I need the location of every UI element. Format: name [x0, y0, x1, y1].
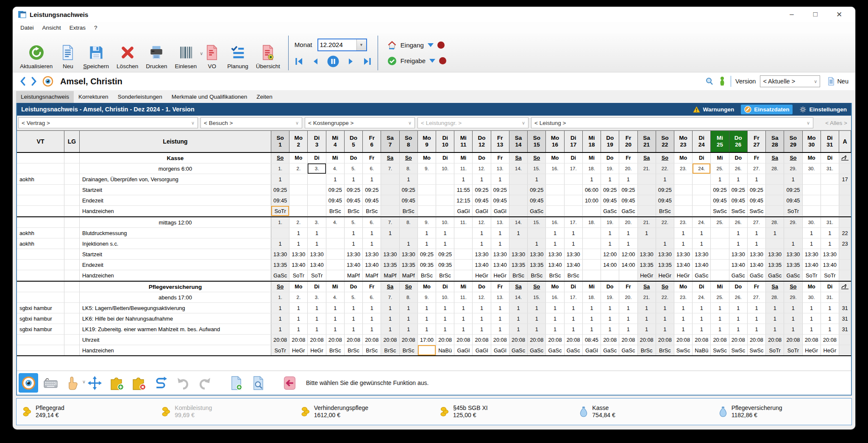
value-cell[interactable]: 09:25: [784, 185, 802, 195]
value-cell[interactable]: 1: [546, 313, 564, 324]
day-abbr-cell[interactable]: Sa: [509, 153, 528, 163]
value-cell[interactable]: HeGr: [308, 345, 326, 355]
day-abbr-cell[interactable]: Fr: [363, 282, 381, 292]
value-cell[interactable]: [308, 174, 326, 184]
value-cell[interactable]: HeGr: [638, 270, 656, 280]
day-number-cell[interactable]: 2.: [289, 292, 308, 302]
doc-add-tool-button[interactable]: [226, 373, 246, 393]
value-cell[interactable]: 20:08: [308, 335, 326, 345]
value-cell[interactable]: 1: [436, 228, 454, 238]
value-cell[interactable]: 13:35: [400, 260, 418, 270]
value-cell[interactable]: BrSc: [326, 345, 345, 355]
day-number-cell[interactable]: 8.: [400, 217, 418, 227]
value-cell[interactable]: [381, 206, 399, 216]
value-cell[interactable]: 1: [784, 313, 802, 324]
value-cell[interactable]: 1: [638, 303, 656, 313]
day-header-15[interactable]: So15: [528, 131, 546, 152]
value-cell[interactable]: 1: [784, 174, 802, 184]
value-cell[interactable]: MaPf: [400, 270, 418, 280]
day-number-cell[interactable]: 4.: [326, 292, 345, 302]
day-number-cell[interactable]: 16.: [546, 292, 564, 302]
value-cell[interactable]: [693, 185, 711, 195]
value-cell[interactable]: 1: [491, 174, 509, 184]
filter-alles[interactable]: < Alles >: [816, 120, 850, 126]
day-number-cell[interactable]: 22.: [656, 217, 674, 227]
value-cell[interactable]: 1: [454, 174, 473, 184]
day-number-cell[interactable]: 16.: [546, 163, 564, 174]
value-cell[interactable]: 13:40: [308, 260, 326, 270]
day-number-cell[interactable]: 12.: [473, 163, 491, 174]
value-cell[interactable]: HeGr: [803, 345, 821, 355]
value-cell[interactable]: BrSc: [326, 206, 345, 216]
value-cell[interactable]: 20:08: [821, 335, 839, 345]
value-cell[interactable]: [565, 195, 583, 205]
day-abbr-cell[interactable]: Do: [601, 282, 619, 292]
value-cell[interactable]: 1: [363, 238, 381, 249]
value-cell[interactable]: 09:25: [729, 185, 748, 195]
day-number-cell[interactable]: 14.: [509, 217, 528, 227]
day-header-3[interactable]: Di3: [308, 131, 326, 152]
value-cell[interactable]: 09:45: [345, 195, 363, 205]
day-number-cell[interactable]: 28.: [766, 217, 784, 227]
value-cell[interactable]: 1: [766, 324, 784, 334]
value-cell[interactable]: GaSc: [601, 345, 619, 355]
day-number-cell[interactable]: 1.: [271, 292, 289, 302]
value-cell[interactable]: 08:45: [583, 335, 601, 345]
value-cell[interactable]: MaPf: [363, 270, 381, 280]
day-number-cell[interactable]: 6.: [363, 217, 381, 227]
value-cell[interactable]: 1: [748, 324, 766, 334]
day-abbr-cell[interactable]: Do: [473, 282, 491, 292]
day-number-cell[interactable]: 9.: [418, 217, 436, 227]
value-cell[interactable]: 13:40: [565, 260, 583, 270]
day-number-cell[interactable]: 3.: [308, 163, 326, 174]
value-cell[interactable]: [565, 185, 583, 195]
value-cell[interactable]: 13:30: [528, 249, 546, 259]
day-number-cell[interactable]: 19.: [601, 163, 619, 174]
value-cell[interactable]: [418, 185, 436, 195]
doc-search-tool-button[interactable]: [248, 373, 268, 393]
value-cell[interactable]: [711, 249, 729, 259]
value-cell[interactable]: 1: [271, 324, 289, 334]
value-cell[interactable]: 1: [656, 324, 674, 334]
value-cell[interactable]: 1: [546, 303, 564, 313]
value-cell[interactable]: 13:35: [656, 260, 674, 270]
day-number-cell[interactable]: 11.: [454, 163, 473, 174]
value-cell[interactable]: 13:40: [803, 260, 821, 270]
value-cell[interactable]: HeGr: [491, 270, 509, 280]
value-cell[interactable]: 1: [583, 324, 601, 334]
value-cell[interactable]: 09:45: [619, 195, 637, 205]
value-cell[interactable]: 1: [271, 238, 289, 249]
value-cell[interactable]: 1: [656, 303, 674, 313]
value-cell[interactable]: 1: [509, 324, 528, 334]
day-abbr-cell[interactable]: Di: [693, 153, 711, 163]
value-cell[interactable]: GaSc: [766, 270, 784, 280]
value-cell[interactable]: 1: [729, 313, 748, 324]
day-number-cell[interactable]: 16.: [546, 217, 564, 227]
value-cell[interactable]: 13:40: [674, 260, 693, 270]
day-header-9[interactable]: Mo9: [418, 131, 436, 152]
day-number-cell[interactable]: 17.: [565, 163, 583, 174]
value-cell[interactable]: [638, 195, 656, 205]
value-cell[interactable]: [546, 174, 564, 184]
aktualisieren-button[interactable]: Aktualisieren: [16, 34, 56, 72]
value-cell[interactable]: 13:40: [363, 260, 381, 270]
value-cell[interactable]: 1: [674, 324, 693, 334]
day-header-4[interactable]: Mi4: [326, 131, 345, 152]
value-cell[interactable]: 1: [729, 303, 748, 313]
value-cell[interactable]: 09:45: [271, 195, 289, 205]
day-number-cell[interactable]: 5.: [345, 217, 363, 227]
month-dropdown-button[interactable]: ▼: [356, 39, 366, 50]
value-cell[interactable]: 1: [418, 324, 436, 334]
value-cell[interactable]: 1: [601, 238, 619, 249]
day-number-cell[interactable]: 3.: [308, 292, 326, 302]
day-abbr-cell[interactable]: Mo: [418, 153, 436, 163]
value-cell[interactable]: 12:00: [619, 249, 637, 259]
tab-zeiten[interactable]: Zeiten: [252, 91, 277, 103]
value-cell[interactable]: [656, 228, 674, 238]
value-cell[interactable]: GaSc: [693, 270, 711, 280]
day-abbr-cell[interactable]: So: [271, 282, 289, 292]
value-cell[interactable]: 13:40: [289, 260, 308, 270]
last-month-button[interactable]: [362, 57, 372, 66]
day-header-16[interactable]: Mo16: [546, 131, 564, 152]
value-cell[interactable]: 1: [454, 324, 473, 334]
